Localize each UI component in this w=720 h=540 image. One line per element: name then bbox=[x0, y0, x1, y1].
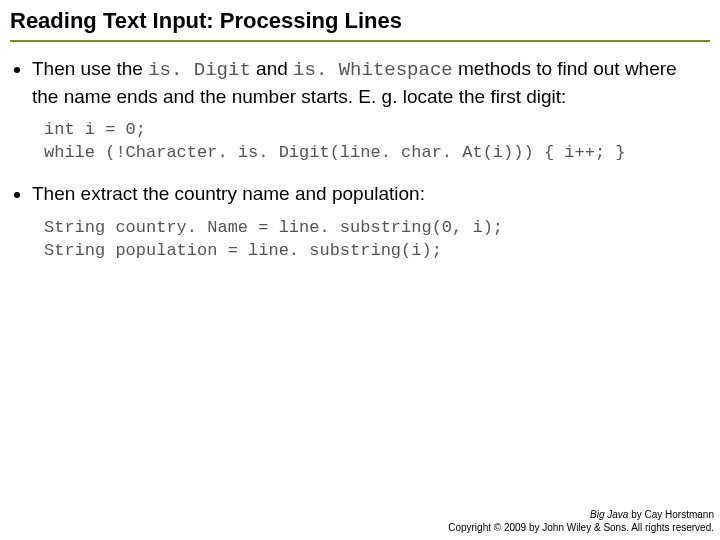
bullet-1-code-1: is. Digit bbox=[148, 59, 251, 81]
code-2-line-2: String population = line. substring(i); bbox=[44, 241, 442, 260]
footer: Big Java by Cay Horstmann Copyright © 20… bbox=[448, 509, 714, 534]
bullet-list-2: Then extract the country name and popula… bbox=[10, 181, 710, 207]
code-1-line-1: int i = 0; bbox=[44, 120, 146, 139]
code-block-2: String country. Name = line. substring(0… bbox=[44, 217, 710, 263]
code-1-line-2: while (!Character. is. Digit(line. char.… bbox=[44, 143, 626, 162]
bullet-2: Then extract the country name and popula… bbox=[32, 181, 706, 207]
code-2-line-1: String country. Name = line. substring(0… bbox=[44, 218, 503, 237]
code-block-1: int i = 0; while (!Character. is. Digit(… bbox=[44, 119, 710, 165]
bullet-1-text-pre: Then use the bbox=[32, 58, 148, 79]
title-underline bbox=[10, 40, 710, 42]
footer-book-title: Big Java bbox=[590, 509, 628, 520]
bullet-list: Then use the is. Digit and is. Whitespac… bbox=[10, 56, 710, 109]
footer-copyright: Copyright © 2009 by John Wiley & Sons. A… bbox=[448, 522, 714, 535]
bullet-1: Then use the is. Digit and is. Whitespac… bbox=[32, 56, 706, 109]
footer-author: by Cay Horstmann bbox=[628, 509, 714, 520]
bullet-1-code-2: is. Whitespace bbox=[293, 59, 453, 81]
slide: Reading Text Input: Processing Lines The… bbox=[0, 0, 720, 263]
slide-title: Reading Text Input: Processing Lines bbox=[10, 8, 710, 38]
title-underline-olive bbox=[10, 40, 710, 42]
footer-line-1: Big Java by Cay Horstmann bbox=[448, 509, 714, 522]
bullet-1-text-mid: and bbox=[251, 58, 293, 79]
